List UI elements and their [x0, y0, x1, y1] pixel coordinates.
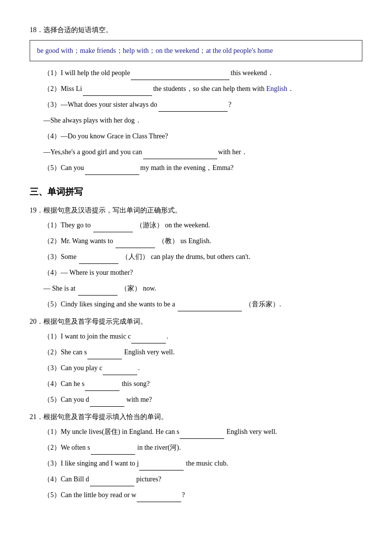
q18-item-3: （3）—What does your sister always do? [43, 98, 362, 112]
blank-21-3[interactable] [139, 470, 184, 470]
q20-item-1: （1）I want to join the music c. [43, 330, 362, 343]
blank-20-5[interactable] [90, 406, 124, 407]
blank-19-1[interactable] [93, 232, 133, 232]
section-3: 三、单词拼写 [30, 184, 362, 200]
q20-item-2: （2）She can s English very well. [43, 345, 362, 359]
blank-4[interactable] [143, 159, 217, 159]
q18-item-1: （1）I will help the old peoplethis weeken… [43, 66, 362, 80]
blank-19-3[interactable] [79, 263, 118, 264]
q19-item-1: （1）They go to （游泳） on the weekend. [43, 218, 362, 232]
blank-20-1[interactable] [131, 343, 166, 343]
q19-item-3: （3）Some （人们） can play the drums, but oth… [43, 250, 362, 264]
blank-19-4[interactable] [78, 295, 118, 296]
blank-1[interactable] [131, 80, 230, 80]
blank-21-2[interactable] [91, 454, 135, 455]
q19-item-4b: — She is at （家） now. [43, 282, 362, 296]
blank-21-4[interactable] [90, 486, 134, 486]
blank-5[interactable] [85, 174, 139, 175]
blank-3[interactable] [158, 111, 228, 112]
section-3-title: 三、单词拼写 [30, 184, 362, 200]
question-18: 18．选择合适的短语填空。 be good with；make friends；… [30, 24, 362, 175]
q21-item-1: （1）My uncle lives(居住) in England. He can… [43, 425, 362, 439]
q18-item-2: （2）Miss Lithe students，so she can help t… [43, 82, 362, 96]
q21-label: 21．根据句意及首字母提示填入恰当的单词。 [30, 411, 362, 423]
blank-20-2[interactable] [87, 359, 122, 359]
q21-item-5: （5）Can the little boy read or w? [43, 488, 362, 502]
q19-item-4a: （4）— Where is your mother? [43, 266, 362, 280]
blank-21-5[interactable] [137, 502, 181, 502]
blank-21-1[interactable] [180, 438, 224, 439]
blank-2[interactable] [83, 95, 152, 96]
q21-item-4: （4）Can Bill d pictures? [43, 472, 362, 486]
question-21: 21．根据句意及首字母提示填入恰当的单词。 （1）My uncle lives(… [30, 411, 362, 502]
blank-20-4[interactable] [85, 390, 119, 391]
q18-item-5: （5）Can youmy math in the evening，Emma? [43, 161, 362, 175]
q18-item-4b: —Yes,she's a good girl and you canwith h… [43, 145, 362, 159]
q19-item-2: （2）Mr. Wang wants to （教） us English. [43, 234, 362, 248]
q18-item-3-dash: —She always plays with her dog． [43, 114, 362, 128]
q18-item-4a: （4）—Do you know Grace in Class Three? [43, 129, 362, 143]
blank-19-5[interactable] [178, 311, 242, 311]
q20-label: 20．根据句意及首字母提示完成单词。 [30, 315, 362, 328]
q20-item-4: （4）Can he s this song? [43, 377, 362, 391]
q19-label: 19．根据句意及汉语提示，写出单词的正确形式。 [30, 204, 362, 216]
phrase-box: be good with；make friends；help with；on t… [30, 40, 362, 61]
blank-19-2[interactable] [116, 248, 155, 248]
blank-20-3[interactable] [103, 375, 137, 375]
q19-item-5: （5）Cindy likes singing and she wants to … [43, 298, 362, 311]
q21-item-3: （3）I like singing and I want to j the mu… [43, 457, 362, 470]
q21-item-2: （2）We often s in the river(河). [43, 441, 362, 455]
q20-item-3: （3）Can you play c. [43, 361, 362, 375]
question-20: 20．根据句意及首字母提示完成单词。 （1）I want to join the… [30, 315, 362, 407]
question-19: 19．根据句意及汉语提示，写出单词的正确形式。 （1）They go to （游… [30, 204, 362, 311]
q18-label: 18．选择合适的短语填空。 [30, 24, 362, 36]
q20-item-5: （5）Can you d with me? [43, 393, 362, 407]
